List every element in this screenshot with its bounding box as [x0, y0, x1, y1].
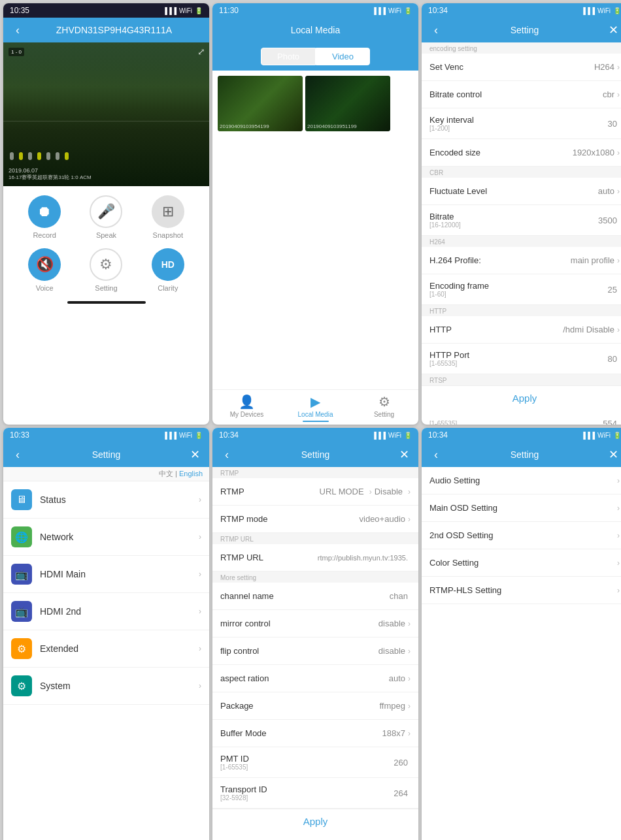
lang-cn[interactable]: 中文 — [159, 470, 173, 477]
fluctuate-level-row[interactable]: Fluctuate Level auto › — [422, 178, 621, 205]
rtsp-value-row[interactable]: [1-65535] 554 — [422, 410, 621, 425]
http-port-row[interactable]: HTTP Port [1-65535] 80 — [422, 344, 621, 374]
mirror-control-row[interactable]: mirror control disable › — [212, 610, 418, 638]
apply-button-p5[interactable]: Apply — [212, 809, 418, 833]
media-item-2[interactable]: ▶ 20190409103951199 — [305, 76, 390, 131]
rtmp-mode-row[interactable]: RTMP mode video+audio › — [212, 506, 418, 533]
rtmp-row[interactable]: RTMP URL MODE › Disable › — [212, 478, 418, 506]
http-row[interactable]: HTTP /hdmi Disable › — [422, 316, 621, 344]
signal-icon-p5: ▐▐▐ — [372, 432, 386, 439]
back-button-p3[interactable]: ‹ — [428, 24, 444, 37]
nav-my-devices[interactable]: 👤 My Devices — [212, 394, 281, 422]
setting-icon-p1: ⚙ — [90, 248, 122, 281]
wifi-icon-p4: WiFi — [179, 432, 192, 439]
clarity-button[interactable]: HD Clarity — [152, 248, 184, 292]
key-interval-row[interactable]: Key interval [1-200] 30 — [422, 108, 621, 139]
wifi-icon-p5: WiFi — [388, 432, 401, 439]
chevron-rtmp-mode2: › — [408, 515, 411, 524]
record-icon: ⏺ — [28, 195, 61, 228]
aspect-ratio-value: auto — [389, 673, 405, 683]
setting-button-p1[interactable]: ⚙ Setting — [90, 248, 122, 292]
menu-system[interactable]: ⚙ System › — [3, 668, 209, 705]
back-button-p5[interactable]: ‹ — [219, 448, 235, 462]
encoding-settings-list: encoding setting Set Venc H264 › Bitrate… — [422, 42, 621, 425]
nav-local-media[interactable]: ▶ Local Media — [281, 394, 350, 422]
encoding-frame-row[interactable]: Encoding frame [1-60] 25 — [422, 274, 621, 305]
expand-icon[interactable]: ⤢ — [197, 46, 205, 57]
aspect-ratio-row[interactable]: aspect ration auto › — [212, 665, 418, 692]
media-item-1[interactable]: ▶ 20190409103954199 — [218, 76, 303, 131]
player7 — [65, 152, 69, 160]
rtmp-url-label: RTMP URL — [220, 553, 318, 562]
speak-button[interactable]: 🎤 Speak — [90, 195, 122, 239]
close-button-p6[interactable]: ✕ — [605, 447, 621, 462]
package-row[interactable]: Package ffmpeg › — [212, 692, 418, 720]
back-button-p4[interactable]: ‹ — [10, 448, 25, 462]
nav-setting[interactable]: ⚙ Setting — [350, 394, 418, 422]
rtmp-url-row[interactable]: RTMP URL rtmp://publish.myun.tv:1935. — [212, 544, 418, 572]
chevron-rtmp-mode: › — [369, 487, 372, 496]
player5 — [46, 152, 50, 160]
menu-network[interactable]: 🌐 Network › — [3, 519, 209, 556]
pmt-id-row[interactable]: PMT ID [1-65535] 260 — [212, 747, 418, 778]
2nd-osd-setting-row[interactable]: 2nd OSD Setting › — [422, 522, 621, 549]
settings-menu-title: Setting — [25, 449, 187, 460]
menu-hdmi-main[interactable]: 📺 HDMI Main › — [3, 556, 209, 593]
panel-settings-menu: 10:33 ▐▐▐ WiFi 🔋 ‹ Setting ✕ 中文 | Englis… — [3, 428, 209, 840]
color-setting-row[interactable]: Color Setting › — [422, 549, 621, 577]
video-date: 2019.06.07 16-17赛季英超联赛第31轮 1:0 ACM — [8, 167, 92, 181]
close-button-p3[interactable]: ✕ — [605, 23, 621, 37]
buffer-mode-row[interactable]: Buffer Mode 188x7 › — [212, 720, 418, 747]
bitrate-control-row[interactable]: Bitrate control cbr › — [422, 81, 621, 108]
http-port-label: HTTP Port [1-65535] — [429, 350, 608, 367]
photo-tab[interactable]: Photo — [261, 48, 316, 65]
status-bar-p5: 10:34 ▐▐▐ WiFi 🔋 — [212, 428, 418, 442]
video-tab[interactable]: Video — [316, 48, 370, 65]
encoding-frame-value: 25 — [608, 285, 617, 295]
more-settings-list: Audio Setting › Main OSD Setting › 2nd O… — [422, 467, 621, 840]
close-button-p5[interactable]: ✕ — [396, 447, 412, 462]
chevron-bitrate-ctrl: › — [617, 90, 620, 99]
encoded-size-row[interactable]: Encoded size 1920x1080 › — [422, 139, 621, 167]
home-indicator-p1 — [67, 301, 146, 304]
player1 — [10, 152, 14, 160]
main-osd-setting-row[interactable]: Main OSD Setting › — [422, 494, 621, 522]
menu-extended[interactable]: ⚙ Extended › — [3, 630, 209, 668]
http-port-value: 80 — [608, 354, 617, 364]
back-button-p6[interactable]: ‹ — [428, 448, 444, 462]
set-venc-row[interactable]: Set Venc H264 › — [422, 54, 621, 81]
rtmp-hls-setting-row[interactable]: RTMP-HLS Setting › — [422, 577, 621, 604]
bottom-nav-p2: 👤 My Devices ▶ Local Media ⚙ Setting — [212, 389, 418, 425]
player2 — [19, 152, 23, 160]
buffer-mode-label: Buffer Mode — [220, 728, 382, 738]
key-interval-value: 30 — [608, 119, 617, 129]
apply-button-p3[interactable]: Apply — [422, 385, 621, 410]
flip-control-row[interactable]: flip control disable › — [212, 638, 418, 665]
signal-icon-p4: ▐▐▐ — [163, 432, 176, 439]
fluctuate-level-value: auto — [598, 186, 614, 196]
h264-profile-row[interactable]: H.264 Profile: main profile › — [422, 247, 621, 274]
record-button[interactable]: ⏺ Record — [28, 195, 61, 239]
audio-setting-row[interactable]: Audio Setting › — [422, 467, 621, 494]
h264-profile-value: main profile — [571, 255, 614, 265]
lang-en[interactable]: English — [179, 470, 203, 477]
voice-button[interactable]: 🔇 Voice — [28, 248, 61, 292]
transport-id-row[interactable]: Transport ID [32-5928] 264 — [212, 778, 418, 809]
menu-hdmi-2nd[interactable]: 📺 HDMI 2nd › — [3, 593, 209, 630]
menu-status[interactable]: 🖥 Status › — [3, 481, 209, 519]
chevron-aspect: › — [408, 674, 411, 683]
chevron-2nd-osd: › — [617, 531, 620, 540]
channel-name-row[interactable]: channel name chan — [212, 583, 418, 610]
status-time-p3: 10:34 — [428, 6, 448, 15]
snapshot-button[interactable]: ⊞ Snapshot — [152, 195, 184, 239]
close-button-p4[interactable]: ✕ — [187, 447, 203, 462]
controls-row2: 🔇 Voice ⚙ Setting HD Clarity — [3, 243, 209, 299]
bitrate-row[interactable]: Bitrate [16-12000] 3500 — [422, 205, 621, 236]
panel-more-settings: 10:34 ▐▐▐ WiFi 🔋 ‹ Setting ✕ Audio Setti… — [422, 428, 621, 840]
video-area[interactable]: 1 - 0 ⤢ 2019.06.07 16-17赛季英超联赛第31轮 1:0 A… — [3, 42, 209, 186]
channel-name-value: chan — [390, 591, 408, 601]
program-id-row[interactable]: Program ID 1 — [212, 833, 418, 840]
back-button-p1[interactable]: ‹ — [10, 24, 25, 37]
rtsp-port-value: 554 — [603, 419, 617, 425]
media-grid: ▶ 20190409103954199 ▶ 20190409103951199 — [212, 71, 418, 389]
